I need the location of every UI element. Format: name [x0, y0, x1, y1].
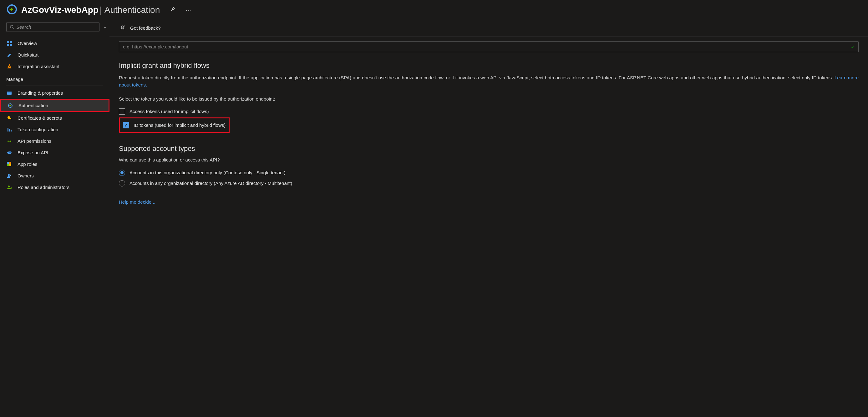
id-tokens-highlight: ✓ ID tokens (used for implicit and hybri…: [119, 117, 229, 133]
implicit-grant-description: Request a token directly from the author…: [119, 74, 859, 89]
id-tokens-checkbox-row: ✓ ID tokens (used for implicit and hybri…: [123, 120, 225, 130]
svg-rect-3: [7, 41, 9, 43]
sidebar-item-owners[interactable]: Owners: [0, 170, 110, 181]
help-me-decide-link[interactable]: Help me decide...: [119, 199, 155, 205]
svg-rect-13: [11, 119, 11, 119]
single-tenant-radio-row: Accounts in this organizational director…: [119, 167, 859, 178]
sidebar-item-token-config[interactable]: Token configuration: [0, 124, 110, 135]
certificates-icon: [6, 115, 12, 120]
sidebar-item-certificates[interactable]: Certificates & secrets: [0, 112, 110, 124]
sidebar-divider: [6, 85, 103, 86]
sidebar-item-label: Quickstart: [18, 52, 39, 58]
supported-account-types-heading: Supported account types: [119, 145, 859, 153]
sidebar-item-label: Integration assistant: [18, 64, 59, 69]
branding-icon: [6, 91, 12, 96]
svg-rect-5: [7, 44, 9, 46]
sidebar-item-expose-api[interactable]: Expose an API: [0, 147, 110, 159]
access-tokens-checkbox[interactable]: [119, 108, 125, 115]
supported-prompt: Who can use this application or access t…: [119, 157, 859, 163]
sidebar-item-label: Expose an API: [18, 150, 48, 155]
sidebar-item-label: Roles and administrators: [18, 185, 69, 190]
svg-point-18: [10, 141, 11, 142]
single-tenant-radio[interactable]: [119, 170, 125, 176]
more-icon[interactable]: ⋯: [185, 6, 191, 13]
app-name: AzGovViz-webApp: [21, 5, 98, 15]
collapse-sidebar-icon[interactable]: «: [104, 25, 106, 30]
check-icon: ✓: [851, 44, 855, 50]
multi-tenant-radio[interactable]: [119, 180, 125, 186]
svg-line-2: [12, 28, 13, 28]
svg-rect-15: [9, 129, 10, 132]
access-tokens-label: Access tokens (used for implicit flows): [129, 109, 209, 114]
main-divider: [110, 37, 868, 37]
expose-api-icon: [6, 150, 12, 155]
auth-icon: [7, 103, 13, 108]
sidebar-item-label: Token configuration: [18, 127, 58, 132]
multi-tenant-label: Accounts in any organizational directory…: [129, 180, 292, 186]
app-registration-icon: [6, 4, 18, 16]
svg-point-26: [8, 174, 10, 176]
logout-url-input[interactable]: [119, 41, 859, 52]
roles-admin-icon: [6, 185, 12, 190]
sidebar-item-label: Certificates & secrets: [18, 115, 62, 120]
sidebar-item-label: Authentication: [19, 103, 48, 108]
feedback-link[interactable]: Got feedback?: [119, 22, 859, 37]
sidebar-item-authentication[interactable]: Authentication: [1, 100, 108, 111]
search-input-container[interactable]: [6, 22, 99, 32]
id-tokens-checkbox[interactable]: ✓: [123, 122, 129, 128]
multi-tenant-radio-row: Accounts in any organizational directory…: [119, 178, 859, 189]
page-header: AzGovViz-webApp | Authentication ⋯: [0, 0, 868, 22]
main-content: Got feedback? ✓ Implicit grant and hybri…: [110, 22, 868, 219]
svg-point-1: [10, 25, 13, 28]
sidebar-item-branding[interactable]: Branding & properties: [0, 87, 110, 99]
app-roles-icon: [6, 162, 12, 167]
access-tokens-checkbox-row: Access tokens (used for implicit flows): [119, 106, 859, 116]
sidebar-item-label: App roles: [18, 162, 37, 167]
svg-rect-14: [7, 128, 8, 132]
sidebar-item-label: Overview: [18, 41, 37, 46]
overview-icon: [6, 41, 12, 46]
svg-rect-9: [7, 92, 11, 93]
svg-point-17: [7, 141, 9, 142]
page-title: AzGovViz-webApp | Authentication: [21, 5, 160, 15]
svg-rect-6: [10, 44, 12, 46]
sidebar-item-label: API permissions: [18, 138, 51, 144]
token-config-icon: [6, 127, 12, 132]
sidebar-item-overview[interactable]: Overview: [0, 37, 110, 49]
svg-point-28: [8, 185, 10, 187]
sidebar-item-app-roles[interactable]: App roles: [0, 159, 110, 170]
svg-rect-23: [9, 162, 11, 164]
sidebar: « Overview Quickstart Integration assist…: [0, 22, 110, 219]
svg-rect-22: [7, 162, 9, 164]
sidebar-item-authentication-highlight: Authentication: [0, 99, 110, 112]
feedback-label: Got feedback?: [130, 25, 161, 31]
svg-rect-4: [10, 41, 12, 43]
page-name: Authentication: [104, 5, 160, 15]
api-permissions-icon: [6, 139, 12, 144]
sidebar-item-label: Branding & properties: [18, 90, 63, 96]
quickstart-icon: [6, 53, 12, 58]
svg-point-21: [9, 151, 11, 153]
owners-icon: [6, 173, 12, 178]
sidebar-item-api-permissions[interactable]: API permissions: [0, 135, 110, 147]
svg-point-7: [7, 56, 9, 57]
sidebar-item-quickstart[interactable]: Quickstart: [0, 49, 110, 61]
sidebar-section-manage: Manage: [0, 72, 110, 84]
svg-rect-12: [9, 118, 11, 119]
sidebar-item-roles-admins[interactable]: Roles and administrators: [0, 181, 110, 193]
title-divider: |: [100, 5, 104, 15]
svg-rect-24: [7, 164, 9, 166]
svg-point-29: [121, 26, 124, 28]
pin-icon[interactable]: [170, 6, 176, 13]
svg-rect-16: [11, 130, 11, 132]
search-icon: [10, 25, 14, 29]
sidebar-item-integration-assistant[interactable]: Integration assistant: [0, 61, 110, 72]
search-input[interactable]: [16, 24, 96, 30]
id-tokens-label: ID tokens (used for implicit and hybrid …: [133, 123, 225, 128]
implicit-grant-heading: Implicit grant and hybrid flows: [119, 62, 859, 70]
svg-rect-25: [9, 164, 11, 166]
tokens-prompt: Select the tokens you would like to be i…: [119, 96, 859, 102]
feedback-icon: [120, 25, 126, 31]
single-tenant-label: Accounts in this organizational director…: [129, 170, 286, 175]
sidebar-item-label: Owners: [18, 173, 34, 178]
